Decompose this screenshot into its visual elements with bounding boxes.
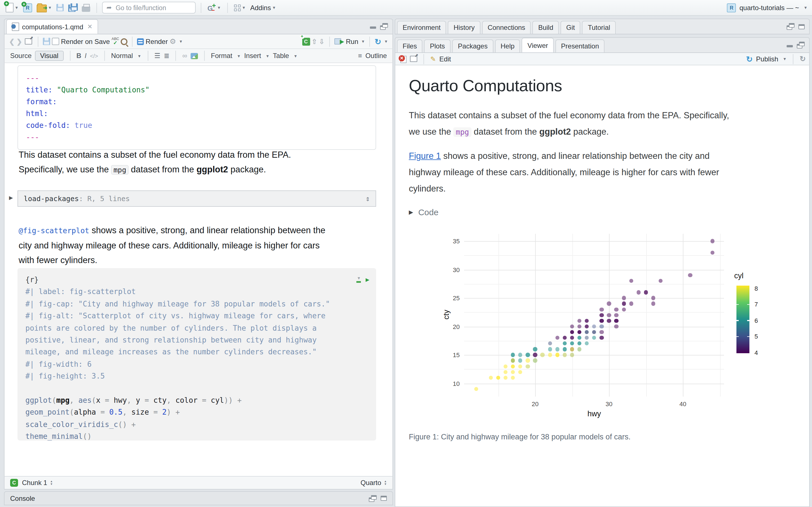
expand-collapse-icon[interactable]: ⇕ — [365, 194, 370, 203]
files-tabstrip: FilesPlotsPackagesHelpViewerPresentation — [395, 37, 810, 53]
run-chunks-above-icon[interactable]: ▼ — [357, 277, 361, 283]
popout-button[interactable] — [24, 35, 33, 48]
new-project-button[interactable]: R+ — [22, 1, 33, 14]
italic-icon[interactable]: I — [85, 52, 87, 60]
code-format-icon[interactable]: </> — [90, 53, 98, 59]
maximize-pane-icon[interactable] — [380, 23, 388, 30]
version-control-button[interactable]: +−G▼ — [206, 1, 222, 14]
data-point — [511, 370, 515, 374]
collapsed-chunk-load-packages[interactable]: load-packages: R, 5 lines ⇕ — [17, 190, 376, 207]
edit-button[interactable]: Edit — [439, 55, 451, 63]
minimize-pane-icon[interactable] — [786, 43, 793, 48]
insert-chunk-icon[interactable]: C — [302, 38, 310, 45]
maximize-pane-icon[interactable] — [799, 24, 805, 29]
tab-git[interactable]: Git — [560, 21, 580, 34]
tab-presentation[interactable]: Presentation — [555, 40, 605, 52]
tab-build[interactable]: Build — [532, 21, 559, 34]
gridline-minor — [464, 256, 724, 256]
code-disclosure[interactable]: ▶ Code — [409, 207, 439, 217]
data-point — [474, 387, 478, 391]
gear-icon[interactable]: ⚙ — [169, 37, 176, 46]
console-maximize-icon[interactable] — [380, 496, 387, 501]
code-line: #| fig-height: 3.5 — [26, 371, 368, 383]
format-menu[interactable]: Format — [211, 52, 232, 60]
run-chunk-icon[interactable]: ▶ — [366, 274, 369, 286]
clear-viewer-icon[interactable]: ✕ — [399, 55, 407, 63]
text-segment: true — [74, 121, 92, 129]
save-button[interactable] — [55, 1, 65, 14]
chunk-stepper[interactable]: ▲▼ — [50, 480, 53, 486]
render-button[interactable]: Render — [146, 38, 168, 45]
publish-button[interactable]: Publish — [756, 55, 778, 63]
save-doc-icon[interactable] — [43, 38, 50, 45]
table-menu[interactable]: Table — [273, 52, 289, 60]
data-point — [570, 347, 574, 351]
new-file-button[interactable]: +▼ — [4, 1, 20, 14]
source-mode-button[interactable]: Source — [10, 52, 32, 60]
tab-viewer[interactable]: Viewer — [522, 38, 554, 52]
data-point — [548, 353, 552, 357]
tab-plots[interactable]: Plots — [424, 40, 451, 52]
tab-connections[interactable]: Connections — [482, 21, 530, 34]
mode-stepper[interactable]: ▲▼ — [384, 480, 387, 486]
tab-files[interactable]: Files — [397, 40, 423, 52]
maximize-pane-icon[interactable] — [797, 42, 805, 48]
bold-icon[interactable]: B — [77, 52, 81, 60]
data-point — [614, 325, 619, 329]
open-in-browser-icon[interactable] — [410, 56, 417, 62]
tab-tutorial[interactable]: Tutorial — [582, 21, 616, 34]
numbered-list-icon[interactable]: ≣ — [164, 52, 169, 60]
refresh-viewer-icon[interactable]: ↻ — [800, 55, 806, 63]
y-axis-title: cty — [442, 310, 451, 320]
forward-icon[interactable]: ❯ — [16, 38, 22, 45]
outline-toggle[interactable]: Outline — [365, 52, 387, 60]
paragraph-style-select[interactable]: Normal — [111, 52, 133, 60]
go-prev-section-icon[interactable]: ⇧ — [312, 38, 317, 45]
bullet-list-icon[interactable]: ☰ — [154, 52, 160, 60]
yaml-metadata-block[interactable]: ---title: "Quarto Computations"format: h… — [17, 65, 376, 150]
console-restore-icon[interactable] — [369, 495, 377, 502]
data-point — [607, 302, 611, 306]
tab-history[interactable]: History — [448, 21, 480, 34]
expand-chunk-icon[interactable]: ▶ — [9, 195, 13, 201]
chunk-navigator[interactable]: Chunk 1 — [22, 479, 47, 487]
text-segment: shows a positive, strong, and linear rel… — [441, 151, 710, 161]
workspace-panes-button[interactable]: ▼ — [233, 1, 247, 14]
tab-computations-1-qmd[interactable]: computations-1.qmd ✕ — [6, 19, 98, 34]
spellcheck-icon[interactable]: ABC✓ — [112, 38, 119, 46]
open-file-button[interactable]: ▼ — [36, 1, 53, 14]
image-icon[interactable] — [191, 53, 198, 59]
addins-button[interactable]: Addins▼ — [249, 1, 277, 14]
project-name: quarto-tutorials — ~ — [740, 4, 799, 11]
find-icon[interactable] — [121, 38, 128, 45]
tab-environment[interactable]: Environment — [397, 21, 446, 34]
viewer-pane: EnvironmentHistoryConnectionsBuildGitTut… — [395, 18, 810, 505]
print-button[interactable] — [81, 1, 91, 14]
run-button[interactable]: Run — [346, 38, 358, 45]
visual-editor-canvas[interactable]: ---title: "Quarto Computations"format: h… — [4, 63, 393, 476]
insert-menu[interactable]: Insert — [244, 52, 261, 60]
source-refresh-icon[interactable]: ↻ — [375, 37, 381, 46]
render-on-save-checkbox[interactable] — [52, 38, 59, 45]
git-icon: +−G — [207, 3, 216, 12]
restore-pane-icon[interactable] — [786, 23, 795, 30]
minimize-pane-icon[interactable] — [370, 24, 376, 29]
goto-file-input[interactable] — [114, 4, 191, 11]
tab-help[interactable]: Help — [495, 40, 520, 52]
project-chooser[interactable]: R quarto-tutorials — ~ ▼ — [727, 3, 808, 12]
back-icon[interactable]: ❮ — [9, 38, 15, 45]
visual-mode-button[interactable]: Visual — [35, 51, 63, 61]
editor-paragraph[interactable]: @fig-scatterplot shows a positive, stron… — [18, 223, 379, 268]
doc-mode-selector[interactable]: Quarto — [361, 479, 381, 487]
close-tab-icon[interactable]: ✕ — [87, 23, 92, 31]
tab-packages[interactable]: Packages — [452, 40, 493, 52]
text-segment: we use the — [409, 127, 454, 136]
console-pane-header[interactable]: Console — [4, 491, 393, 505]
save-all-button[interactable] — [67, 1, 79, 14]
data-point — [570, 336, 574, 340]
r-code-chunk[interactable]: {r}#| label: fig-scatterplot#| fig-cap: … — [17, 268, 376, 441]
editor-paragraph[interactable]: This dataset contains a subset of the fu… — [18, 148, 374, 177]
link-icon[interactable]: ∞ — [183, 52, 187, 60]
go-next-section-icon[interactable]: ⇩ — [319, 38, 324, 45]
goto-file-search[interactable]: ➦ — [102, 2, 196, 13]
